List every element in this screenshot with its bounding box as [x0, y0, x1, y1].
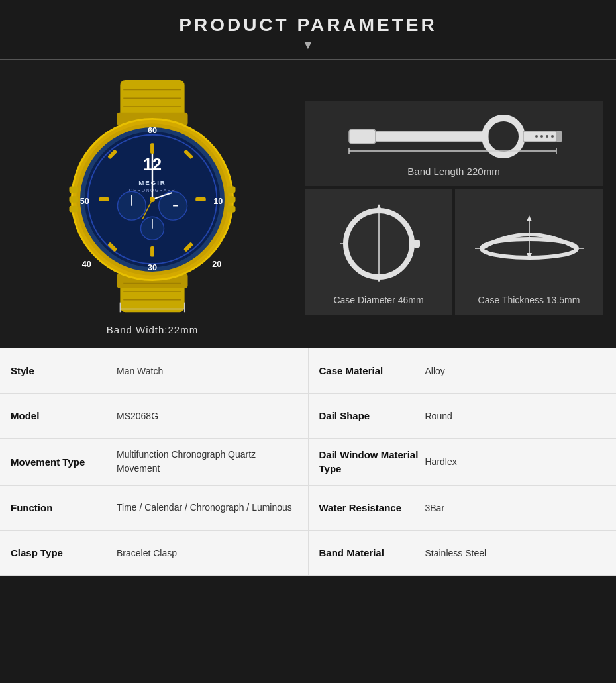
svg-rect-41 [227, 187, 236, 193]
svg-point-56 [546, 135, 548, 138]
case-diameter-diagram [319, 201, 438, 287]
band-length-label: Band Length 220mm [318, 166, 590, 177]
param-label-left: Style [11, 365, 117, 376]
svg-marker-65 [376, 204, 382, 210]
param-label-right: Dail Window Material Type [319, 448, 425, 476]
svg-point-52 [485, 118, 522, 155]
svg-point-40 [150, 197, 155, 202]
param-value-right: 3Bar [425, 503, 606, 513]
svg-point-54 [535, 135, 538, 138]
case-diameter-box: Case Diameter 46mm [305, 189, 452, 315]
page-title: PRODUCT PARAMETER [0, 15, 616, 36]
band-width-label: Band Width:22mm [107, 324, 198, 335]
table-row: ModelMS2068GDail ShapeRound [0, 394, 616, 439]
svg-text:40: 40 [82, 260, 91, 269]
svg-rect-21 [150, 246, 154, 257]
svg-text:50: 50 [80, 197, 89, 206]
svg-rect-23 [195, 197, 206, 201]
param-label-right: Water Resistance [319, 501, 425, 515]
svg-rect-51 [376, 131, 488, 142]
param-value-left: Bracelet Clasp [117, 548, 297, 558]
param-value-left: Multifunction Chronograph Quartz Movemen… [117, 448, 297, 476]
band-length-diagram [341, 113, 566, 159]
case-diameter-label: Case Diameter 46mm [311, 295, 446, 305]
svg-text:30: 30 [148, 263, 157, 272]
param-label-right: Band Material [319, 546, 425, 560]
svg-rect-22 [99, 197, 109, 201]
table-row: Movement TypeMultifunction Chronograph Q… [0, 439, 616, 486]
watch-illustration: 60 10 20 50 40 30 12 MEGIR CHRONOGRAPH [33, 80, 272, 319]
case-thickness-diagram [473, 201, 586, 287]
svg-rect-45 [69, 196, 78, 203]
svg-rect-50 [349, 129, 376, 144]
header-arrow-icon: ▼ [0, 38, 616, 52]
param-value-left: Man Watch [117, 366, 297, 376]
svg-text:10: 10 [213, 197, 223, 206]
page-header: PRODUCT PARAMETER ▼ [0, 0, 616, 60]
image-section: 60 10 20 50 40 30 12 MEGIR CHRONOGRAPH [0, 60, 616, 348]
param-label-left: Function [11, 502, 117, 513]
param-value-right: Stainless Steel [425, 548, 606, 558]
band-length-box: Band Length 220mm [305, 101, 603, 186]
svg-rect-44 [69, 187, 78, 193]
param-value-right: Round [425, 411, 606, 421]
svg-rect-46 [69, 206, 78, 213]
param-value-left: MS2068G [117, 411, 297, 421]
svg-text:20: 20 [212, 260, 221, 269]
svg-point-55 [540, 135, 543, 138]
param-label-right: Case Material [319, 364, 425, 378]
watch-container: 60 10 20 50 40 30 12 MEGIR CHRONOGRAPH [13, 80, 291, 335]
svg-rect-20 [150, 143, 154, 154]
svg-rect-58 [556, 131, 562, 142]
param-label-left: Model [11, 410, 117, 421]
svg-point-57 [551, 135, 554, 138]
case-thickness-box: Case Thickness 13.5mm [455, 189, 603, 315]
param-value-right: Alloy [425, 366, 606, 376]
params-table: StyleMan WatchCase MaterialAlloyModelMS2… [0, 348, 616, 576]
table-row: StyleMan WatchCase MaterialAlloy [0, 348, 616, 394]
svg-marker-71 [527, 215, 532, 221]
specs-diagrams: Band Length 220mm [305, 101, 603, 315]
svg-text:60: 60 [148, 126, 157, 135]
table-row: FunctionTime / Calendar / Chronograph / … [0, 486, 616, 531]
svg-rect-43 [227, 206, 236, 213]
svg-rect-42 [227, 196, 236, 203]
diameter-thickness-row: Case Diameter 46mm Case Thickness 13.5 [305, 189, 603, 315]
param-label-right: Dail Shape [319, 410, 425, 421]
table-row: Clasp TypeBracelet ClaspBand MaterialSta… [0, 531, 616, 576]
param-value-left: Time / Calendar / Chronograph / Luminous [117, 501, 297, 515]
param-label-left: Movement Type [11, 456, 117, 468]
param-label-left: Clasp Type [11, 547, 117, 558]
case-thickness-label: Case Thickness 13.5mm [462, 295, 596, 305]
param-value-right: Hardlex [425, 456, 606, 467]
